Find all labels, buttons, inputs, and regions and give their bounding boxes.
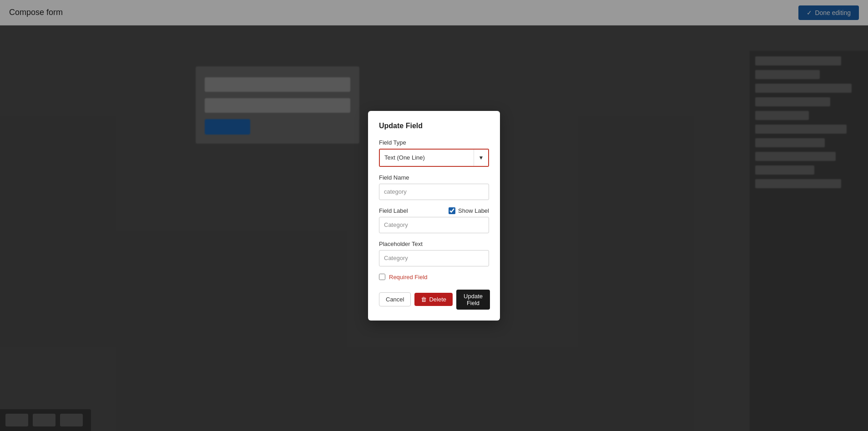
required-field-label[interactable]: Required Field: [389, 274, 428, 281]
field-label-input[interactable]: [379, 217, 489, 233]
modal-footer: Cancel 🗑 Delete Update Field: [379, 290, 489, 310]
show-label-group: Show Label: [449, 207, 489, 214]
cancel-button[interactable]: Cancel: [379, 292, 411, 306]
field-type-label: Field Type: [379, 139, 489, 146]
trash-icon: 🗑: [421, 296, 427, 303]
field-name-input[interactable]: [379, 184, 489, 200]
delete-button[interactable]: 🗑 Delete: [414, 293, 453, 306]
field-label-row: Field Label Show Label: [379, 207, 489, 214]
show-label-text[interactable]: Show Label: [458, 207, 489, 214]
update-field-modal: Update Field Field Type Text (One Line) …: [368, 111, 500, 321]
placeholder-text-input[interactable]: [379, 250, 489, 266]
update-field-button[interactable]: Update Field: [456, 290, 490, 310]
field-name-label: Field Name: [379, 174, 489, 181]
modal-overlay: Update Field Field Type Text (One Line) …: [0, 0, 868, 431]
required-field-checkbox[interactable]: [379, 274, 385, 280]
required-field-row: Required Field: [379, 274, 489, 281]
field-name-group: Field Name: [379, 174, 489, 200]
field-label-group: Field Label Show Label: [379, 207, 489, 233]
field-type-group: Field Type Text (One Line) Text (Multi L…: [379, 139, 489, 167]
field-type-select[interactable]: Text (One Line) Text (Multi Line) Number…: [380, 150, 488, 166]
show-label-checkbox[interactable]: [449, 207, 455, 214]
delete-label: Delete: [429, 296, 446, 303]
field-label-label: Field Label: [379, 207, 408, 214]
modal-title: Update Field: [379, 122, 489, 130]
field-type-wrapper: Text (One Line) Text (Multi Line) Number…: [379, 149, 489, 167]
placeholder-text-label: Placeholder Text: [379, 241, 489, 247]
placeholder-text-group: Placeholder Text: [379, 241, 489, 266]
